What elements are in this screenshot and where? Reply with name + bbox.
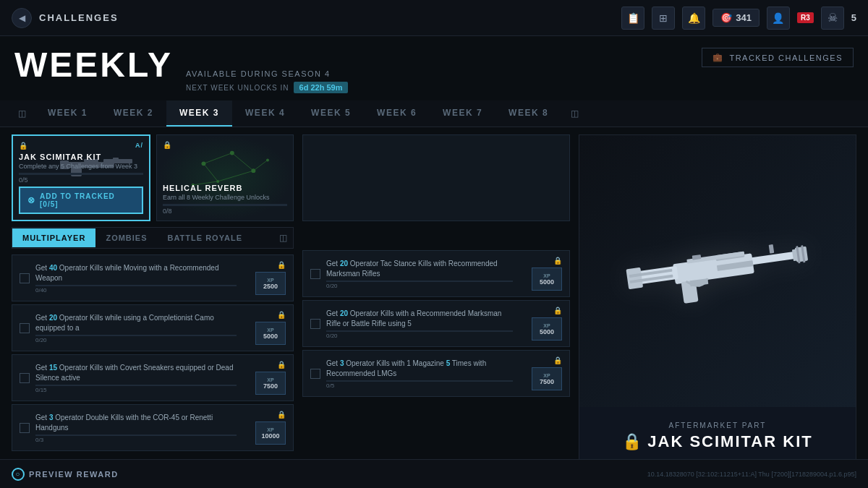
challenge-right-2: 🔒 XP 5000: [242, 311, 286, 345]
tab-icon-right: ◫: [571, 108, 579, 119]
right-challenges: Get 20 Operator Tac Stance Kills with Re…: [302, 134, 570, 484]
challenge-item-1[interactable]: Get 40 Operator Kills while Moving with …: [12, 254, 294, 301]
unlock-timer: NEXT WEEK UNLOCKS IN 6d 22h 59m: [186, 82, 349, 93]
tab-week6[interactable]: WEEK 6: [364, 100, 430, 127]
top-bar-right: 📋 ⊞ 🔔 🎯 341 👤 R3 ☠ 5: [621, 7, 856, 30]
xp-logo-r1: XP: [543, 273, 550, 278]
chalr2-lock: 🔒: [553, 307, 562, 314]
challenge-check-3[interactable]: [20, 373, 30, 383]
xp-amount-r2: 5000: [540, 328, 554, 335]
tab-week2[interactable]: WEEK 2: [101, 100, 166, 127]
svg-line-14: [253, 160, 268, 171]
mode-tab-icon: ◫: [273, 228, 293, 248]
bottom-bar: ○ PREVIEW REWARD 10.14.18328070 [32:102:…: [0, 459, 868, 488]
challenge-check-r3[interactable]: [310, 369, 320, 379]
tab-multiplayer[interactable]: MULTIPLAYER: [12, 228, 95, 247]
svg-line-13: [232, 153, 253, 171]
tab-week7[interactable]: WEEK 7: [430, 100, 495, 127]
xp-logo-3: XP: [267, 377, 273, 382]
challenge-item-4[interactable]: Get 3 Operator Double Kills with the COR…: [12, 404, 294, 451]
xp-badge-r3: XP 7500: [532, 367, 562, 390]
mode-spacer: [302, 224, 570, 247]
clipboard-button[interactable]: 📋: [621, 7, 644, 30]
tabs-right-icon: ◫: [564, 103, 584, 124]
bell-icon: 🔔: [688, 12, 700, 24]
xp-logo-4: XP: [267, 427, 273, 432]
tracked-challenges-button[interactable]: 💼 TRACKED CHALLENGES: [702, 48, 854, 67]
challenge-check-r2[interactable]: [310, 319, 320, 329]
chal3-lock: 🔒: [277, 361, 286, 369]
tab-battle-royale[interactable]: BATTLE ROYALE: [158, 228, 252, 247]
challenge-right-1: 🔒 XP 2500: [242, 261, 286, 295]
reward-card-helical[interactable]: 🔒 HELICAL REVERB: [156, 134, 294, 221]
back-button[interactable]: ◀: [12, 8, 32, 28]
circle-button-icon: ○: [12, 468, 25, 481]
challenge-item-3[interactable]: Get 15 Operator Kills with Covert Sneake…: [12, 354, 294, 401]
add-tracked-label: ADD TO TRACKED [0/5]: [40, 192, 135, 208]
profile-button[interactable]: 👤: [767, 7, 790, 30]
aftermarket-lock-icon: 🔒: [622, 432, 643, 451]
challenge-text-r3: Get 3 Operator Kills with 1 Magazine 5 T…: [326, 359, 513, 379]
mode-tag: A/: [135, 142, 143, 149]
mode-tabs: MULTIPLAYER ZOMBIES BATTLE ROYALE ◫: [12, 227, 294, 249]
rank-badge: R3: [797, 12, 814, 23]
main-content: 🔒 A/ JAK SCIMITAR: [0, 127, 868, 488]
tab-week3[interactable]: WEEK 3: [166, 100, 232, 127]
challenge-text-block-1: Get 40 Operator Kills while Moving with …: [35, 263, 237, 294]
tab-week1[interactable]: WEEK 1: [35, 100, 101, 127]
chal3-ptext: 0/15: [35, 387, 237, 393]
xp-badge-r1: XP 5000: [532, 267, 562, 291]
reward-card-jak[interactable]: 🔒 A/ JAK SCIMITAR: [12, 134, 150, 221]
weekly-title: WEEKLY: [14, 48, 173, 82]
xp-amount-3: 7500: [263, 382, 278, 390]
jak-card-desc: Complete any 5 Challenges from Week 3: [19, 163, 143, 170]
notification-button[interactable]: 🔔: [682, 7, 705, 30]
grid-button[interactable]: ⊞: [652, 7, 675, 30]
gun-preview-svg: [616, 213, 819, 329]
page-title: CHALLENGES: [39, 12, 119, 23]
right-reward-placeholder: [302, 134, 570, 221]
challenge-check-r1[interactable]: [310, 269, 320, 279]
skull-button[interactable]: ☠: [821, 7, 844, 30]
challenge-text-block-r1: Get 20 Operator Tac Stance Kills with Re…: [326, 259, 513, 289]
lock-icon-jak: 🔒: [19, 142, 27, 150]
challenge-item-r3[interactable]: Get 3 Operator Kills with 1 Magazine 5 T…: [302, 350, 570, 397]
xp-logo-1: XP: [267, 278, 273, 283]
challenge-check-2[interactable]: [20, 323, 30, 333]
tab-week8[interactable]: WEEK 8: [495, 100, 561, 127]
challenge-text-1: Get 40 Operator Kills while Moving with …: [35, 263, 237, 283]
tab-week5[interactable]: WEEK 5: [298, 100, 364, 127]
xp-badge-r2: XP 5000: [532, 317, 562, 341]
profile-icon: 👤: [772, 12, 784, 24]
xp-amount-r3: 7500: [540, 378, 554, 385]
back-icon: ◀: [19, 13, 25, 23]
svg-rect-23: [626, 267, 643, 290]
challenge-text-r1: Get 20 Operator Tac Stance Kills with Re…: [326, 259, 513, 279]
challenge-check-1[interactable]: [20, 273, 30, 283]
tabs-left-icon: ◫: [12, 103, 32, 124]
challenge-check-4[interactable]: [20, 423, 30, 433]
challenge-text-2: Get 20 Operator Kills while using a Comp…: [35, 313, 237, 333]
currency-icon: 🎯: [720, 12, 732, 23]
svg-line-15: [204, 163, 218, 181]
aftermarket-name: 🔒 JAK SCIMITAR KIT: [579, 429, 856, 463]
level-value: 5: [851, 12, 856, 23]
xp-amount-r1: 5000: [540, 278, 554, 286]
tab-zombies[interactable]: ZOMBIES: [95, 228, 157, 247]
challenge-right-r3: 🔒 XP 7500: [519, 356, 562, 390]
xp-amount-2: 5000: [263, 333, 278, 340]
skull-icon: ☠: [827, 11, 838, 25]
currency-display: 🎯 341: [712, 9, 760, 27]
tab-week4[interactable]: WEEK 4: [232, 100, 298, 127]
challenge-item-2[interactable]: Get 20 Operator Kills while using a Comp…: [12, 304, 294, 351]
weekly-header: WEEKLY AVAILABLE DURING SEASON 4 NEXT WE…: [0, 36, 868, 100]
challenge-item-r1[interactable]: Get 20 Operator Tac Stance Kills with Re…: [302, 250, 570, 297]
challenge-text-block-2: Get 20 Operator Kills while using a Comp…: [35, 313, 237, 343]
chal1-ptext: 0/40: [35, 287, 237, 294]
xp-badge-4: XP 10000: [255, 421, 286, 445]
preview-reward-button[interactable]: ○ PREVIEW REWARD: [12, 468, 119, 481]
add-tracked-button[interactable]: ⊗ ADD TO TRACKED [0/5]: [19, 187, 143, 214]
chalr2-pbar: [326, 330, 513, 332]
challenge-item-r2[interactable]: Get 20 Operator Kills with a Recommended…: [302, 300, 570, 347]
chalr1-ptext: 0/20: [326, 283, 513, 289]
